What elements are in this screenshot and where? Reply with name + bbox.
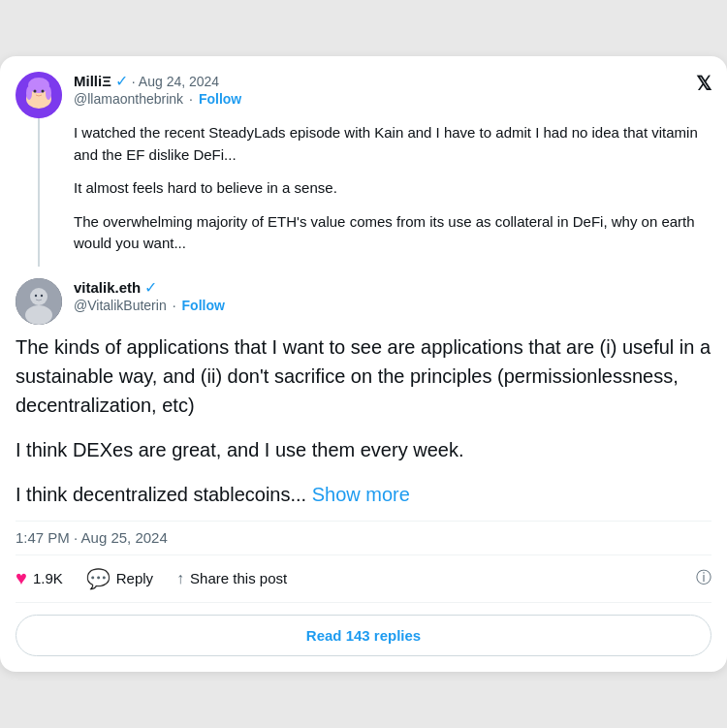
vitalik-user-info: vitalik.eth ✓ @VitalikButerin · Follow [74,278,711,313]
show-more-link[interactable]: Show more [312,484,410,505]
vitalik-verified-icon: ✓ [144,278,157,297]
share-icon: ↑ [176,570,184,587]
vertical-line-wrapper [16,118,62,267]
millie-handle-row: @llamaonthebrink · Follow [74,91,711,107]
likes-count: 1.9K [33,570,63,586]
tweet-card: MilliΞ ✓ · Aug 24, 2024 @llamaonthebrink… [0,56,727,672]
svg-point-7 [46,86,51,100]
millie-user-info: MilliΞ ✓ · Aug 24, 2024 @llamaonthebrink… [74,72,711,107]
svg-point-5 [42,90,45,93]
share-label: Share this post [190,570,287,586]
tweet-meta: 1:47 PM · Aug 25, 2024 [16,521,711,554]
millie-timestamp: · Aug 24, 2024 [132,74,219,89]
reply-action[interactable]: 💬 Reply [86,567,153,590]
millie-display-name: MilliΞ [74,73,111,89]
main-tweet-header: vitalik.eth ✓ @VitalikButerin · Follow [16,267,711,332]
vitalik-handle-row: @VitalikButerin · Follow [74,298,711,313]
vitalik-name-row: vitalik.eth ✓ [74,278,711,297]
actions-row: ♥ 1.9K 💬 Reply ↑ Share this post ⓘ [16,554,711,603]
main-tweet-section: vitalik.eth ✓ @VitalikButerin · Follow T… [0,267,727,603]
svg-point-12 [41,295,43,297]
like-action[interactable]: ♥ 1.9K [16,567,63,589]
quoted-tweet-content: I watched the recent SteadyLads episode … [0,118,727,267]
svg-point-10 [25,305,52,325]
main-tweet-para-1: The kinds of applications that I want to… [16,332,711,420]
vitalik-display-name: vitalik.eth [74,279,141,296]
main-tweet-para-2: I think DEXes are great, and I use them … [16,435,711,464]
quoted-tweet-header: MilliΞ ✓ · Aug 24, 2024 @llamaonthebrink… [0,56,727,118]
svg-point-9 [30,288,47,305]
main-tweet-timestamp: 1:47 PM · Aug 25, 2024 [16,529,168,546]
millie-verified-icon: ✓ [115,72,128,90]
info-icon[interactable]: ⓘ [696,568,711,588]
reply-label: Reply [116,570,153,586]
main-tweet-para-3: I think decentralized stablecoins... Sho… [16,480,711,509]
millie-avatar [16,72,62,118]
svg-point-4 [34,90,37,93]
comment-icon: 💬 [86,567,111,590]
vitalik-avatar [16,278,62,325]
quoted-tweet-line-1: I watched the recent SteadyLads episode … [74,122,711,166]
millie-name-row: MilliΞ ✓ · Aug 24, 2024 [74,72,711,90]
quoted-tweet-line-3: The overwhelming majority of ETH's value… [74,211,711,255]
svg-point-6 [26,86,32,100]
thread-line [38,118,40,267]
vitalik-handle: @VitalikButerin [74,298,167,313]
quoted-tweet-line-2: It almost feels hard to believe in a sen… [74,177,711,200]
quoted-text-content: I watched the recent SteadyLads episode … [74,118,711,267]
read-replies-button[interactable]: Read 143 replies [16,615,711,656]
x-logo: 𝕏 [696,72,711,95]
read-replies-text: Read 143 replies [306,627,421,644]
svg-point-11 [35,295,37,297]
millie-follow-button[interactable]: Follow [199,91,241,107]
heart-icon: ♥ [16,567,27,589]
vitalik-follow-button[interactable]: Follow [182,298,225,313]
share-action[interactable]: ↑ Share this post [176,570,287,587]
millie-handle: @llamaonthebrink [74,91,183,107]
main-tweet-text: The kinds of applications that I want to… [16,332,711,521]
